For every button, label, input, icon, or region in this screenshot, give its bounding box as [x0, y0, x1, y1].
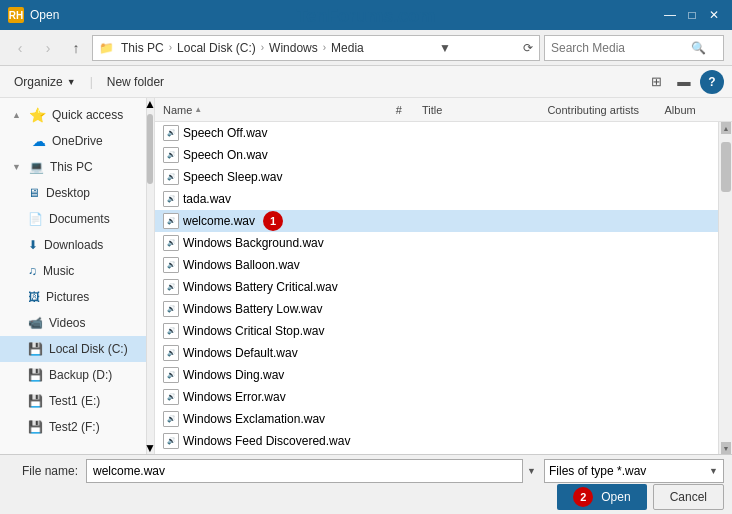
sidebar-item-this-pc[interactable]: ▼ 💻 This PC	[0, 154, 146, 180]
organize-button[interactable]: Organize ▼	[8, 72, 82, 92]
file-name: Speech Sleep.wav	[183, 170, 282, 184]
address-bar[interactable]: 📁 This PC › Local Disk (C:) › Windows › …	[92, 35, 540, 61]
search-box[interactable]: 🔍	[544, 35, 724, 61]
sidebar-item-test1[interactable]: 💾 Test1 (E:)	[0, 388, 146, 414]
file-name: Windows Critical Stop.wav	[183, 324, 324, 338]
sidebar-item-test2[interactable]: 💾 Test2 (F:)	[0, 414, 146, 440]
scroll-down-btn[interactable]: ▼	[721, 442, 731, 454]
maximize-button[interactable]: □	[682, 5, 702, 25]
view-grid-button[interactable]: ⊞	[644, 70, 668, 94]
pictures-icon: 🖼	[28, 290, 40, 304]
wav-icon: 🔊	[163, 411, 179, 427]
action-bar: Organize ▼ | New folder ⊞ ▬ ?	[0, 66, 732, 98]
help-button[interactable]: ?	[700, 70, 724, 94]
badge-1: 1	[263, 211, 283, 231]
wav-icon: 🔊	[163, 257, 179, 273]
bottom-bar: File name: ▼ Files of type *.wav 2 Open …	[0, 454, 732, 514]
file-row[interactable]: 🔊Windows Feed Discovered.wav	[155, 430, 718, 452]
close-button[interactable]: ✕	[704, 5, 724, 25]
back-button[interactable]: ‹	[8, 36, 32, 60]
wav-icon: 🔊	[163, 433, 179, 449]
search-icon: 🔍	[691, 41, 706, 55]
search-input[interactable]	[551, 41, 691, 55]
file-row[interactable]: 🔊Windows Ding.wav	[155, 364, 718, 386]
minimize-button[interactable]: —	[660, 5, 680, 25]
file-name: Windows Feed Discovered.wav	[183, 434, 350, 448]
breadcrumb-media[interactable]: Media	[328, 39, 367, 57]
open-button[interactable]: 2 Open	[557, 484, 646, 510]
col-header-title[interactable]: Title	[418, 98, 543, 121]
sidebar-item-desktop[interactable]: 🖥 Desktop	[0, 180, 146, 206]
file-row[interactable]: 🔊Speech Off.wav	[155, 122, 718, 144]
filename-dropdown-btn[interactable]: ▼	[527, 466, 536, 476]
col-header-name[interactable]: Name ▲	[159, 98, 392, 121]
col-name-label: Name	[163, 104, 192, 116]
forward-button[interactable]: ›	[36, 36, 60, 60]
documents-icon: 📄	[28, 212, 43, 226]
col-header-album[interactable]: Album	[661, 98, 729, 121]
file-name: Speech On.wav	[183, 148, 268, 162]
view-list-button[interactable]: ▬	[672, 70, 696, 94]
file-row[interactable]: 🔊Speech Sleep.wav	[155, 166, 718, 188]
file-row[interactable]: 🔊Windows Default.wav	[155, 342, 718, 364]
sidebar-label-pictures: Pictures	[46, 290, 89, 304]
file-name: Windows Battery Low.wav	[183, 302, 322, 316]
file-name: Windows Default.wav	[183, 346, 298, 360]
sidebar-item-music[interactable]: ♫ Music	[0, 258, 146, 284]
sort-icon: ▲	[194, 105, 202, 114]
file-row[interactable]: 🔊Speech On.wav	[155, 144, 718, 166]
file-row[interactable]: 🔊Windows Battery Critical.wav	[155, 276, 718, 298]
desktop-icon: 🖥	[28, 186, 40, 200]
sidebar-label-backup: Backup (D:)	[49, 368, 112, 382]
sidebar-item-videos[interactable]: 📹 Videos	[0, 310, 146, 336]
up-button[interactable]: ↑	[64, 36, 88, 60]
col-header-num[interactable]: #	[392, 98, 418, 121]
file-row[interactable]: 🔊Windows Background.wav	[155, 232, 718, 254]
wav-icon: 🔊	[163, 301, 179, 317]
sidebar-item-documents[interactable]: 📄 Documents	[0, 206, 146, 232]
breadcrumb-localdisk[interactable]: Local Disk (C:)	[174, 39, 259, 57]
sidebar-item-quick-access[interactable]: ▲ ⭐ Quick access	[0, 102, 146, 128]
breadcrumb-thispc[interactable]: This PC	[118, 39, 167, 57]
file-row[interactable]: 🔊Windows Error.wav	[155, 386, 718, 408]
localdisk-icon: 💾	[28, 342, 43, 356]
sidebar-scroll-thumb[interactable]	[147, 114, 153, 184]
scroll-thumb[interactable]	[721, 142, 731, 192]
scroll-up-btn[interactable]: ▲	[721, 122, 731, 134]
breadcrumb-windows[interactable]: Windows	[266, 39, 321, 57]
test2-icon: 💾	[28, 420, 43, 434]
cancel-button[interactable]: Cancel	[653, 484, 724, 510]
sidebar-item-local-disk[interactable]: 💾 Local Disk (C:)	[0, 336, 146, 362]
file-row[interactable]: 🔊Windows Battery Low.wav	[155, 298, 718, 320]
col-header-contributing[interactable]: Contributing artists	[543, 98, 660, 121]
wav-icon: 🔊	[163, 125, 179, 141]
sidebar-scroll-down[interactable]: ▼	[146, 442, 154, 454]
sidebar-item-pictures[interactable]: 🖼 Pictures	[0, 284, 146, 310]
sidebar-item-backup[interactable]: 💾 Backup (D:)	[0, 362, 146, 388]
organize-dropdown-icon: ▼	[67, 77, 76, 87]
address-dropdown-btn[interactable]: ▼	[439, 41, 451, 55]
file-list-scrollbar[interactable]: ▲ ▼	[718, 122, 732, 454]
test1-icon: 💾	[28, 394, 43, 408]
file-row[interactable]: 🔊Windows Exclamation.wav	[155, 408, 718, 430]
file-row[interactable]: 🔊Windows Balloon.wav	[155, 254, 718, 276]
file-row[interactable]: 🔊Windows Critical Stop.wav	[155, 320, 718, 342]
file-row[interactable]: 🔊tada.wav	[155, 188, 718, 210]
filename-input[interactable]	[86, 459, 523, 483]
file-name-selected: welcome.wav	[183, 214, 255, 228]
app-icon: RH	[8, 7, 24, 23]
refresh-button[interactable]: ⟳	[523, 41, 533, 55]
breadcrumb: This PC › Local Disk (C:) › Windows › Me…	[118, 39, 367, 57]
videos-icon: 📹	[28, 316, 43, 330]
filetype-select[interactable]: Files of type *.wav	[544, 459, 724, 483]
new-folder-button[interactable]: New folder	[101, 72, 170, 92]
expand-icon: ▲	[12, 110, 21, 120]
sidebar-label-test1: Test1 (E:)	[49, 394, 100, 408]
sidebar-item-downloads[interactable]: ⬇ Downloads	[0, 232, 146, 258]
file-row-selected[interactable]: 🔊 welcome.wav 1	[155, 210, 718, 232]
sidebar-scrollbar[interactable]: ▲ ▼	[146, 98, 154, 454]
sidebar-item-onedrive[interactable]: ☁ OneDrive	[0, 128, 146, 154]
sidebar: ▲ ⭐ Quick access ☁ OneDrive ▼ 💻 This PC …	[0, 98, 147, 454]
filename-row: File name: ▼ Files of type *.wav	[8, 459, 724, 483]
sidebar-scroll-up[interactable]: ▲	[146, 98, 154, 110]
